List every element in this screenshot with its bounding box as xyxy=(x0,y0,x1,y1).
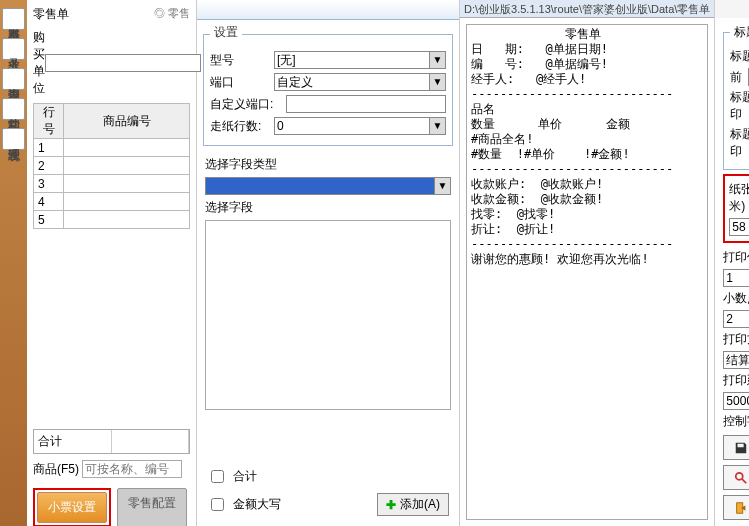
buy-unit-input[interactable] xyxy=(45,54,201,72)
port-combo[interactable] xyxy=(274,73,430,91)
retail-indicator: ◎ 零售 xyxy=(154,6,190,29)
svg-line-1 xyxy=(742,478,746,482)
save-button[interactable]: 保存(S) xyxy=(723,435,749,460)
field-type-label: 选择字段类型 xyxy=(205,156,451,173)
chevron-down-icon[interactable]: ▼ xyxy=(430,73,446,91)
product-search-input[interactable] xyxy=(82,460,182,478)
tab-system[interactable]: 系统管理 xyxy=(2,128,25,150)
decimal-spin[interactable] xyxy=(723,310,749,328)
delay-spin[interactable] xyxy=(723,392,749,410)
svg-point-0 xyxy=(736,472,743,479)
right-panel: ✕ 标题设置 标题区为 前 ▲▼ 行 标题倍高打印 xyxy=(715,0,749,526)
table-row[interactable]: 2 xyxy=(34,157,190,175)
tab-business-entry[interactable]: 业务录入 xyxy=(2,38,25,60)
paper-lines-label: 走纸行数: xyxy=(210,118,270,135)
receipt-settings-button[interactable]: 小票设置 xyxy=(37,492,107,523)
save-icon xyxy=(734,441,748,455)
paper-lines-combo[interactable] xyxy=(274,117,430,135)
uppercase-checkbox-label: 金额大写 xyxy=(233,496,281,513)
table-row[interactable]: 1 xyxy=(34,139,190,157)
field-label: 选择字段 xyxy=(205,199,451,216)
double-high-label: 标题倍高打印 xyxy=(730,89,749,123)
title-area-label: 标题区为 xyxy=(730,48,749,65)
table-row[interactable]: 4 xyxy=(34,193,190,211)
buy-unit-label: 购买单位 xyxy=(33,29,45,97)
double-wide-label: 标题倍宽打印 xyxy=(730,126,749,160)
order-lines-table: 行号 商品编号 1 2 3 4 5 xyxy=(33,103,190,229)
ctrl-length-label: 控制字段长度 xyxy=(723,413,749,430)
file-path: D:\创业版3.5.1.13\route\管家婆创业版\Data\零售单 xyxy=(460,0,714,18)
tab-other[interactable]: 其它功能 xyxy=(2,98,25,120)
custom-port-label: 自定义端口: xyxy=(210,96,282,113)
chevron-down-icon[interactable]: ▼ xyxy=(435,177,451,195)
print-mode-label: 打印方式: xyxy=(723,331,749,348)
field-list[interactable] xyxy=(205,220,451,410)
settings-header xyxy=(197,0,459,20)
product-f5-label: 商品(F5) xyxy=(33,462,79,476)
sum-checkbox[interactable] xyxy=(211,470,224,483)
sum-checkbox-label: 合计 xyxy=(233,468,257,485)
paper-width-spin[interactable] xyxy=(729,218,749,236)
tab-basic-info[interactable]: 基本资料 xyxy=(2,8,25,30)
decimal-label: 小数点后位数: xyxy=(723,290,749,307)
add-button[interactable]: ✚ 添加(A) xyxy=(377,493,449,516)
sum-label: 合计 xyxy=(34,430,112,453)
exit-icon xyxy=(734,501,748,515)
chevron-down-icon[interactable]: ▼ xyxy=(430,51,446,69)
tab-reports[interactable]: 报表查询 xyxy=(2,68,25,90)
uppercase-checkbox[interactable] xyxy=(211,498,224,511)
settings-legend: 设置 xyxy=(210,24,242,41)
magnifier-icon xyxy=(734,471,748,485)
settings-panel: 设置 型号 ▼ 端口 ▼ 自定义端口: 走纸行数: xyxy=(197,0,460,526)
print-mode-combo[interactable] xyxy=(723,351,749,369)
col-product-code: 商品编号 xyxy=(64,104,190,139)
copies-spin[interactable] xyxy=(723,269,749,287)
exit-button[interactable]: 退出(Q) xyxy=(723,495,749,520)
print-delay-label: 打印延时 xyxy=(723,372,749,389)
paper-width-label: 纸张宽度:(毫米) xyxy=(729,181,749,215)
preview-button[interactable]: 预览(P) xyxy=(723,465,749,490)
field-type-combo[interactable] xyxy=(205,177,435,195)
table-row[interactable]: 3 xyxy=(34,175,190,193)
title-settings-legend: 标题设置 xyxy=(730,24,749,41)
panel-title: 零售单 xyxy=(33,6,69,23)
side-nav: 基本资料 业务录入 报表查询 其它功能 系统管理 xyxy=(0,0,27,526)
retail-order-panel: 零售单 ◎ 零售 购买单位 行号 商品编号 1 2 3 4 5 合计 商品(F5… xyxy=(27,0,197,526)
retail-config-button[interactable]: 零售配置 xyxy=(117,488,187,526)
col-row-no: 行号 xyxy=(34,104,64,139)
chevron-down-icon[interactable]: ▼ xyxy=(430,117,446,135)
model-label: 型号 xyxy=(210,52,270,69)
model-combo[interactable] xyxy=(274,51,430,69)
receipt-preview: 零售单 日 期: @单据日期! 编 号: @单据编号! 经手人: @经手人! -… xyxy=(466,24,708,520)
copies-label: 打印份数: xyxy=(723,249,749,266)
table-row[interactable]: 5 xyxy=(34,211,190,229)
custom-port-input[interactable] xyxy=(286,95,446,113)
port-label: 端口 xyxy=(210,74,270,91)
plus-icon: ✚ xyxy=(386,498,396,512)
preview-panel: D:\创业版3.5.1.13\route\管家婆创业版\Data\零售单 零售单… xyxy=(460,0,715,526)
title-pre-label: 前 xyxy=(730,69,742,86)
